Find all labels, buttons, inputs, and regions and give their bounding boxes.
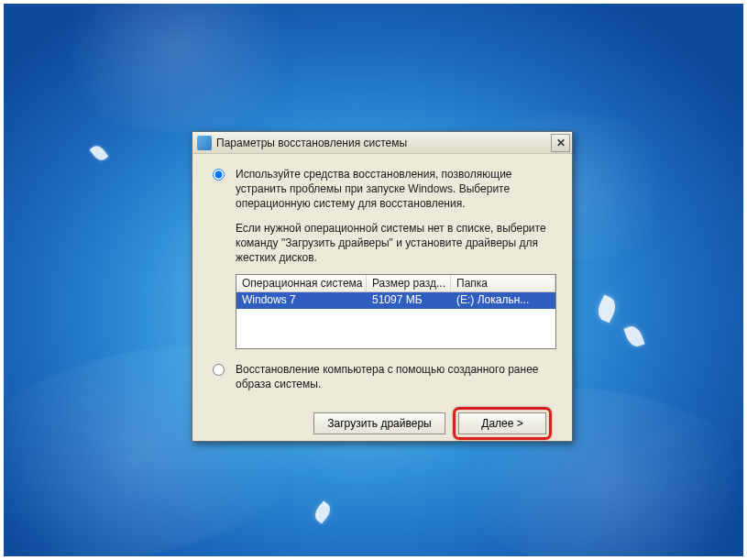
cell-os: Windows 7 [236, 292, 367, 309]
close-icon: ✕ [556, 137, 566, 149]
recovery-options-dialog: Параметры восстановления системы ✕ Испол… [192, 131, 573, 442]
app-icon [197, 136, 212, 150]
table-header: Операционная система Размер разд... Папк… [236, 275, 555, 292]
radio-recovery-tools[interactable] [213, 169, 225, 181]
load-drivers-button[interactable]: Загрузить драйверы [313, 412, 445, 434]
cell-size: 51097 МБ [367, 292, 451, 309]
option-use-recovery-tools[interactable]: Используйте средства восстановления, поз… [213, 167, 555, 212]
col-folder[interactable]: Папка [451, 275, 555, 291]
next-highlight: Далее > [453, 407, 552, 440]
dialog-title: Параметры восстановления системы [216, 137, 551, 149]
option2-text: Восстановление компьютера с помощью созд… [236, 362, 555, 391]
radio-system-image[interactable] [213, 364, 225, 376]
option-system-image[interactable]: Восстановление компьютера с помощью созд… [213, 362, 555, 391]
col-os[interactable]: Операционная система [236, 275, 367, 291]
os-table[interactable]: Операционная система Размер разд... Папк… [236, 274, 556, 349]
col-size[interactable]: Размер разд... [367, 275, 451, 291]
button-row: Загрузить драйверы Далее > [213, 407, 552, 440]
drivers-note: Если нужной операционной системы нет в с… [236, 221, 555, 266]
option1-text: Используйте средства восстановления, поз… [236, 167, 555, 212]
close-button[interactable]: ✕ [551, 134, 570, 152]
table-row[interactable]: Windows 7 51097 МБ (E:) Локальн... [236, 292, 555, 309]
dialog-body: Используйте средства восстановления, поз… [192, 154, 572, 451]
cell-folder: (E:) Локальн... [451, 292, 555, 309]
desktop-background: Параметры восстановления системы ✕ Испол… [4, 4, 743, 556]
titlebar[interactable]: Параметры восстановления системы ✕ [192, 132, 572, 154]
next-button[interactable]: Далее > [458, 412, 546, 434]
